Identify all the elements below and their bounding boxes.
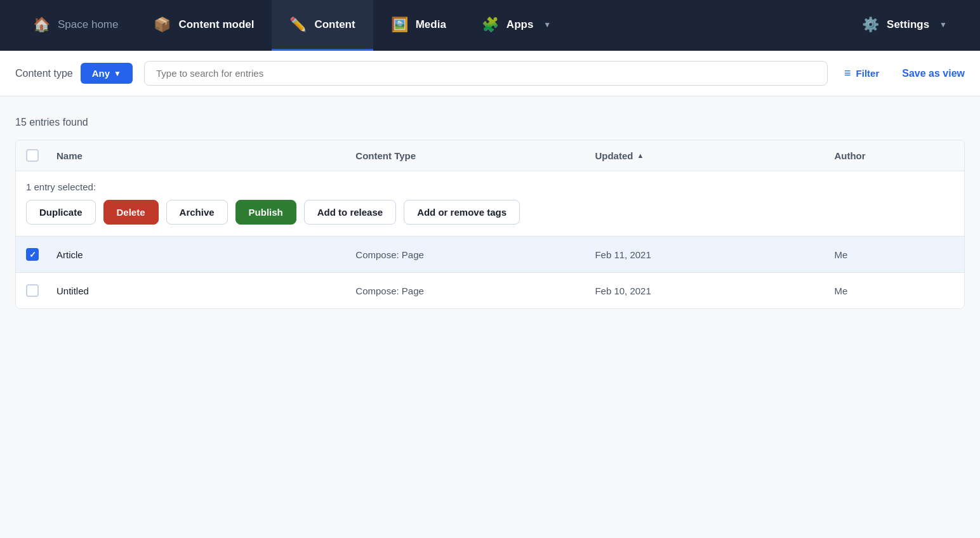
delete-button[interactable]: Delete	[103, 200, 159, 225]
any-dropdown-arrow-icon: ▼	[114, 69, 121, 78]
row-2-checkbox-cell	[26, 284, 56, 297]
filter-label: Filter	[856, 68, 880, 79]
home-icon: 🏠	[33, 16, 50, 33]
nav-label-space-home: Space home	[58, 18, 118, 31]
save-as-view-button[interactable]: Save as view	[902, 68, 965, 79]
settings-icon: ⚙️	[862, 16, 879, 33]
selected-count-label: 1 entry selected:	[26, 181, 951, 192]
apps-arrow-icon: ▼	[543, 20, 551, 29]
duplicate-button[interactable]: Duplicate	[26, 200, 96, 225]
nav-item-settings[interactable]: ⚙️ Settings ▼	[844, 16, 965, 35]
filter-bar: Content type Any ▼ ≡ Filter Save as view	[0, 51, 980, 96]
edit-icon: ✏️	[289, 16, 307, 33]
publish-button[interactable]: Publish	[235, 200, 296, 225]
any-label: Any	[92, 68, 110, 79]
row-2-content-type: Compose: Page	[355, 285, 595, 296]
table-row: Untitled Compose: Page Feb 10, 2021 Me	[16, 273, 964, 308]
row-1-checkbox[interactable]	[26, 248, 39, 261]
column-header-content-type: Content Type	[355, 150, 595, 161]
row-1-checkbox-cell	[26, 248, 56, 261]
column-header-name: Name	[56, 150, 355, 161]
nav-item-apps[interactable]: 🧩 Apps ▼	[464, 0, 569, 51]
settings-arrow-icon: ▼	[939, 20, 947, 29]
media-icon: 🖼️	[391, 16, 408, 33]
nav-item-media[interactable]: 🖼️ Media	[373, 0, 464, 51]
selected-actions-bar: 1 entry selected: Duplicate Delete Archi…	[16, 171, 964, 237]
add-to-release-button[interactable]: Add to release	[304, 200, 396, 225]
table-row: Article Compose: Page Feb 11, 2021 Me	[16, 237, 964, 273]
main-content: 15 entries found Name Content Type Updat…	[0, 96, 980, 309]
nav-item-content-model[interactable]: 📦 Content model	[136, 0, 272, 51]
apps-icon: 🧩	[482, 16, 499, 33]
row-2-name[interactable]: Untitled	[56, 285, 355, 296]
column-header-author: Author	[834, 150, 954, 161]
sort-ascending-icon: ▲	[637, 152, 644, 159]
add-remove-tags-button[interactable]: Add or remove tags	[404, 200, 520, 225]
nav-label-media: Media	[416, 18, 446, 31]
main-nav: 🏠 Space home 📦 Content model ✏️ Content …	[0, 0, 980, 51]
archive-button[interactable]: Archive	[166, 200, 228, 225]
row-2-author: Me	[834, 285, 954, 296]
row-1-name[interactable]: Article	[56, 249, 355, 260]
entries-count: 15 entries found	[15, 117, 965, 128]
filter-icon: ≡	[844, 67, 851, 80]
nav-label-content-model: Content model	[178, 18, 254, 31]
row-1-content-type: Compose: Page	[355, 249, 595, 260]
nav-item-space-home[interactable]: 🏠 Space home	[15, 0, 136, 51]
nav-label-settings: Settings	[887, 18, 929, 31]
nav-label-apps: Apps	[507, 18, 534, 31]
content-type-label: Content type	[15, 68, 73, 79]
table-header: Name Content Type Updated ▲ Author	[16, 140, 964, 171]
header-checkbox-cell	[26, 149, 56, 162]
box-icon: 📦	[154, 16, 171, 33]
nav-label-content: Content	[314, 18, 355, 31]
column-header-updated[interactable]: Updated ▲	[595, 150, 834, 161]
filter-button[interactable]: ≡ Filter	[839, 67, 884, 80]
row-1-author: Me	[834, 249, 954, 260]
row-2-updated: Feb 10, 2021	[595, 285, 834, 296]
row-1-updated: Feb 11, 2021	[595, 249, 834, 260]
select-all-checkbox[interactable]	[26, 149, 39, 162]
entries-table: Name Content Type Updated ▲ Author 1 ent…	[15, 140, 965, 309]
row-2-checkbox[interactable]	[26, 284, 39, 297]
search-input[interactable]	[144, 61, 828, 86]
content-type-any-button[interactable]: Any ▼	[81, 63, 133, 84]
nav-item-content[interactable]: ✏️ Content	[272, 0, 373, 51]
